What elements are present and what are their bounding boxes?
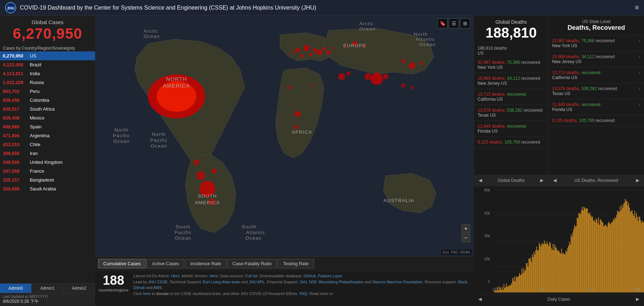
svg-rect-195 [604, 226, 605, 293]
right-top: Global Deaths 188,810 188,810 deaths US … [474, 16, 644, 186]
map-tab-active-cases[interactable]: Active Cases [147, 259, 185, 268]
svg-text:Ocean: Ocean [175, 235, 191, 241]
country-item[interactable]: 498,989Spain [0, 122, 95, 131]
us-item: 11,849 deaths, recovered ›Florida US [549, 99, 644, 115]
jhu-link[interactable]: JHU [299, 280, 307, 284]
country-item[interactable]: 683,702Peru [0, 87, 95, 96]
country-item[interactable]: 422,510Chile [0, 140, 95, 149]
esri-link[interactable]: Esri Living Atlas team [203, 280, 240, 284]
main-content: Global Cases 6,270,950 Cases by Country/… [0, 16, 644, 306]
x-axis-label: 3月 [492, 287, 498, 292]
country-name: United Kingdom [30, 160, 63, 165]
svg-rect-164 [578, 218, 578, 293]
menu-icon[interactable]: ≡ [635, 4, 639, 12]
feature-layer-link[interactable]: Feature Layer [318, 274, 342, 278]
us-location: New Jersey US [552, 59, 582, 64]
country-cases: 320,688 [3, 186, 28, 191]
country-item[interactable]: 4,113,811India [0, 69, 95, 78]
admin-tab-admin0[interactable]: Admin0 [0, 284, 32, 293]
country-name: Mexico [30, 115, 44, 121]
jhu-apl-link[interactable]: JHU APL [249, 280, 265, 284]
faq-link[interactable]: FAQ [299, 291, 307, 296]
stavros-link[interactable]: Stavros Niarchos Foundation [372, 280, 423, 284]
bloomberg-link[interactable]: Bloomberg Philanthropies [319, 280, 363, 284]
aws-link[interactable]: AWS [153, 285, 162, 290]
list-icon[interactable]: ☰ [449, 18, 459, 28]
us-nav-next[interactable]: ► [635, 177, 640, 184]
deaths-nav-next[interactable]: ► [539, 177, 545, 184]
svg-text:NORTH: NORTH [166, 76, 187, 82]
country-item[interactable]: 1,022,228Russia [0, 78, 95, 87]
admin-tab-admin1[interactable]: Admin1 [32, 284, 63, 293]
nsf-link[interactable]: NSF [309, 280, 317, 284]
donate-link[interactable]: here [143, 291, 151, 296]
country-name: Colombia [30, 98, 49, 103]
svg-rect-198 [607, 227, 607, 293]
map-tab-testing-rate[interactable]: Testing Rate [278, 259, 314, 268]
github-link[interactable]: GitHub [304, 274, 316, 278]
country-cases: 4,123,000 [3, 62, 28, 67]
country-item[interactable]: 347,268France [0, 167, 95, 176]
svg-rect-185 [596, 218, 596, 293]
map-tab-case-fatality-ratio[interactable]: Case-Fatality Ratio [227, 259, 277, 268]
map-tabs: Cumulative CasesActive CasesIncidence Ra… [95, 256, 474, 271]
deaths-nav-prev[interactable]: ◄ [478, 177, 483, 184]
country-item[interactable]: 629,409Mexico [0, 113, 95, 122]
svg-text:North: North [115, 127, 129, 133]
svg-text:Atlantic: Atlantic [246, 230, 266, 235]
country-item[interactable]: 4,123,000Brazil [0, 60, 95, 69]
chart-nav-prev[interactable]: ◄ [477, 296, 483, 302]
country-item[interactable]: 658,456Colombia [0, 96, 95, 105]
country-cases: 349,505 [3, 160, 28, 165]
deaths-recovered-label: recovered [521, 140, 540, 145]
country-item[interactable]: 320,688Saudi Arabia [0, 184, 95, 193]
country-item[interactable]: 638,517South Africa [0, 105, 95, 113]
slack-link[interactable]: Slack [458, 280, 467, 284]
zoom-in-button[interactable]: + [462, 224, 470, 233]
here-link1[interactable]: Here [171, 274, 180, 278]
svg-point-13 [309, 53, 313, 56]
svg-rect-161 [575, 227, 576, 292]
deaths-nav-label: Global Deaths [497, 178, 524, 183]
github2-link[interactable]: Github [133, 285, 145, 290]
country-item[interactable]: 471,806Argentina [0, 131, 95, 140]
svg-text:Ocean: Ocean [143, 34, 160, 39]
country-name: Saudi Arabia [30, 186, 56, 191]
svg-text:AUSTRALIA: AUSTRALIA [384, 198, 414, 203]
here-link2[interactable]: Here [209, 274, 218, 278]
map-area: Arctic Ocean Arctic Ocean North Pacific … [95, 16, 474, 306]
svg-rect-230 [634, 211, 635, 292]
svg-point-17 [326, 50, 330, 55]
svg-point-6 [196, 171, 205, 180]
map-container[interactable]: Arctic Ocean Arctic Ocean North Pacific … [95, 16, 474, 256]
country-name: India [30, 71, 40, 76]
map-tab-cumulative-cases[interactable]: Cumulative Cases [98, 259, 146, 268]
svg-rect-211 [618, 211, 619, 292]
full-list-link[interactable]: Full list [245, 274, 257, 278]
svg-point-16 [322, 47, 326, 51]
map-tab-incidence-rate[interactable]: Incidence Rate [185, 259, 226, 268]
svg-rect-224 [629, 208, 630, 293]
cases-by-label: Cases by Country/Region/Sovereignty [0, 44, 95, 51]
us-header-label: US State Level [552, 19, 640, 24]
country-item[interactable]: 349,505United Kingdom [0, 158, 95, 167]
us-deaths-panel: US State Level Deaths, Recovered 32,987 … [548, 16, 644, 186]
jhu-csse-link[interactable]: JHU CSSE [148, 280, 167, 284]
bookmark-icon[interactable]: 🔖 [437, 18, 447, 28]
chart-nav-next[interactable]: ► [635, 296, 640, 302]
country-item[interactable]: 386,658Iran [0, 149, 95, 158]
svg-point-14 [300, 54, 304, 58]
us-nav-prev[interactable]: ◄ [552, 177, 558, 184]
zoom-out-button[interactable]: − [462, 234, 470, 242]
info-text: Lancet Inf Dis Article: Here. Mobile Ver… [133, 273, 470, 296]
svg-point-32 [408, 62, 415, 69]
svg-point-9 [193, 159, 199, 165]
chart-wrapper: 80k60k40k20k0 3月5月7月9月 [477, 188, 640, 294]
us-item: 9,125 deaths, 105,769 recovered [549, 115, 644, 126]
country-item[interactable]: 6,270,950US [0, 51, 95, 60]
svg-point-24 [346, 71, 350, 76]
us-nav-label: US Deaths, Recovered [574, 178, 618, 183]
admin-tab-admin2[interactable]: Admin2 [64, 284, 95, 293]
grid-icon[interactable]: ⊞ [460, 18, 470, 28]
country-item[interactable]: 325,157Bangladesh [0, 176, 95, 184]
